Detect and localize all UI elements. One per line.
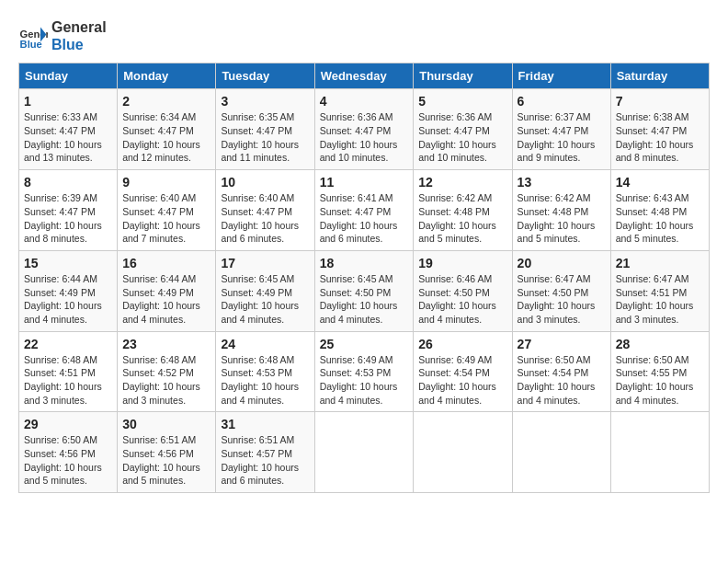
day-number: 30 [122, 417, 210, 431]
calendar-cell: 12 Sunrise: 6:42 AM Sunset: 4:48 PM Dayl… [414, 170, 512, 251]
day-info: Sunrise: 6:42 AM Sunset: 4:48 PM Dayligh… [418, 191, 506, 246]
day-info: Sunrise: 6:45 AM Sunset: 4:50 PM Dayligh… [320, 272, 409, 327]
day-info: Sunrise: 6:35 AM Sunset: 4:47 PM Dayligh… [221, 110, 309, 165]
day-info: Sunrise: 6:36 AM Sunset: 4:47 PM Dayligh… [320, 110, 409, 165]
day-number: 11 [320, 175, 409, 190]
day-info: Sunrise: 6:47 AM Sunset: 4:50 PM Dayligh… [518, 272, 606, 327]
calendar-week-3: 15 Sunrise: 6:44 AM Sunset: 4:49 PM Dayl… [19, 250, 710, 331]
day-info: Sunrise: 6:46 AM Sunset: 4:50 PM Dayligh… [418, 272, 506, 327]
calendar-cell: 28 Sunrise: 6:50 AM Sunset: 4:55 PM Dayl… [610, 331, 709, 412]
calendar-cell: 29 Sunrise: 6:50 AM Sunset: 4:56 PM Dayl… [19, 412, 118, 493]
calendar-cell: 14 Sunrise: 6:43 AM Sunset: 4:48 PM Dayl… [610, 170, 709, 251]
weekday-header-saturday: Saturday [610, 63, 709, 89]
day-info: Sunrise: 6:43 AM Sunset: 4:48 PM Dayligh… [616, 191, 704, 246]
calendar-cell: 23 Sunrise: 6:48 AM Sunset: 4:52 PM Dayl… [118, 331, 216, 412]
logo-text-general: General [51, 18, 107, 36]
calendar-cell: 16 Sunrise: 6:44 AM Sunset: 4:49 PM Dayl… [118, 250, 216, 331]
day-number: 15 [24, 256, 112, 270]
calendar-cell: 19 Sunrise: 6:46 AM Sunset: 4:50 PM Dayl… [414, 250, 512, 331]
calendar-cell [610, 412, 709, 493]
day-info: Sunrise: 6:51 AM Sunset: 4:56 PM Dayligh… [122, 433, 210, 488]
calendar-cell: 21 Sunrise: 6:47 AM Sunset: 4:51 PM Dayl… [610, 250, 709, 331]
calendar-cell [314, 412, 414, 493]
day-number: 23 [122, 337, 210, 351]
calendar-cell: 6 Sunrise: 6:37 AM Sunset: 4:47 PM Dayli… [512, 89, 610, 170]
calendar-cell: 22 Sunrise: 6:48 AM Sunset: 4:51 PM Dayl… [19, 331, 118, 412]
day-number: 29 [24, 417, 112, 431]
day-number: 28 [616, 337, 704, 351]
day-number: 16 [122, 256, 210, 270]
calendar-cell: 31 Sunrise: 6:51 AM Sunset: 4:57 PM Dayl… [216, 412, 314, 493]
calendar-cell [512, 412, 610, 493]
calendar-week-2: 8 Sunrise: 6:39 AM Sunset: 4:47 PM Dayli… [19, 170, 710, 251]
calendar-cell: 24 Sunrise: 6:48 AM Sunset: 4:53 PM Dayl… [216, 331, 314, 412]
logo: General Blue General Blue [18, 18, 107, 53]
weekday-header-friday: Friday [512, 63, 610, 89]
calendar-cell: 1 Sunrise: 6:33 AM Sunset: 4:47 PM Dayli… [19, 89, 118, 170]
day-info: Sunrise: 6:47 AM Sunset: 4:51 PM Dayligh… [616, 272, 704, 327]
day-info: Sunrise: 6:44 AM Sunset: 4:49 PM Dayligh… [24, 272, 112, 327]
calendar-cell: 13 Sunrise: 6:42 AM Sunset: 4:48 PM Dayl… [512, 170, 610, 251]
calendar-cell: 26 Sunrise: 6:49 AM Sunset: 4:54 PM Dayl… [414, 331, 512, 412]
day-number: 2 [122, 94, 210, 109]
calendar-week-4: 22 Sunrise: 6:48 AM Sunset: 4:51 PM Dayl… [19, 331, 710, 412]
day-info: Sunrise: 6:50 AM Sunset: 4:55 PM Dayligh… [616, 353, 704, 408]
day-info: Sunrise: 6:37 AM Sunset: 4:47 PM Dayligh… [518, 110, 606, 165]
day-info: Sunrise: 6:50 AM Sunset: 4:56 PM Dayligh… [24, 433, 112, 488]
logo-text-blue: Blue [51, 36, 107, 53]
logo-icon: General Blue [18, 21, 48, 51]
day-number: 24 [221, 337, 309, 351]
day-info: Sunrise: 6:36 AM Sunset: 4:47 PM Dayligh… [418, 110, 506, 165]
weekday-header-thursday: Thursday [414, 63, 512, 89]
calendar-cell: 2 Sunrise: 6:34 AM Sunset: 4:47 PM Dayli… [118, 89, 216, 170]
calendar-cell: 3 Sunrise: 6:35 AM Sunset: 4:47 PM Dayli… [216, 89, 314, 170]
day-number: 1 [24, 94, 112, 109]
page-header: General Blue General Blue [18, 18, 710, 53]
calendar-cell: 17 Sunrise: 6:45 AM Sunset: 4:49 PM Dayl… [216, 250, 314, 331]
day-number: 7 [616, 94, 704, 109]
day-number: 17 [221, 256, 309, 270]
day-info: Sunrise: 6:34 AM Sunset: 4:47 PM Dayligh… [122, 110, 210, 165]
calendar-table: SundayMondayTuesdayWednesdayThursdayFrid… [18, 63, 710, 493]
weekday-header-sunday: Sunday [19, 63, 118, 89]
day-number: 26 [418, 337, 506, 351]
day-info: Sunrise: 6:45 AM Sunset: 4:49 PM Dayligh… [221, 272, 309, 327]
day-number: 6 [518, 94, 606, 109]
day-info: Sunrise: 6:50 AM Sunset: 4:54 PM Dayligh… [518, 353, 606, 408]
calendar-cell [414, 412, 512, 493]
day-number: 21 [616, 256, 704, 270]
day-info: Sunrise: 6:41 AM Sunset: 4:47 PM Dayligh… [320, 191, 409, 246]
calendar-cell: 8 Sunrise: 6:39 AM Sunset: 4:47 PM Dayli… [19, 170, 118, 251]
calendar-cell: 15 Sunrise: 6:44 AM Sunset: 4:49 PM Dayl… [19, 250, 118, 331]
calendar-cell: 11 Sunrise: 6:41 AM Sunset: 4:47 PM Dayl… [314, 170, 414, 251]
day-info: Sunrise: 6:40 AM Sunset: 4:47 PM Dayligh… [122, 191, 210, 246]
day-info: Sunrise: 6:39 AM Sunset: 4:47 PM Dayligh… [24, 191, 112, 246]
calendar-cell: 7 Sunrise: 6:38 AM Sunset: 4:47 PM Dayli… [610, 89, 709, 170]
weekday-header-row: SundayMondayTuesdayWednesdayThursdayFrid… [19, 63, 710, 89]
day-info: Sunrise: 6:42 AM Sunset: 4:48 PM Dayligh… [518, 191, 606, 246]
day-number: 31 [221, 417, 309, 431]
calendar-cell: 20 Sunrise: 6:47 AM Sunset: 4:50 PM Dayl… [512, 250, 610, 331]
day-number: 19 [418, 256, 506, 270]
day-info: Sunrise: 6:33 AM Sunset: 4:47 PM Dayligh… [24, 110, 112, 165]
day-number: 22 [24, 337, 112, 351]
day-number: 27 [518, 337, 606, 351]
day-number: 25 [320, 337, 409, 351]
day-number: 13 [518, 175, 606, 190]
day-info: Sunrise: 6:48 AM Sunset: 4:52 PM Dayligh… [122, 353, 210, 408]
calendar-week-5: 29 Sunrise: 6:50 AM Sunset: 4:56 PM Dayl… [19, 412, 710, 493]
day-number: 9 [122, 175, 210, 190]
day-number: 10 [221, 175, 309, 190]
day-info: Sunrise: 6:44 AM Sunset: 4:49 PM Dayligh… [122, 272, 210, 327]
calendar-cell: 5 Sunrise: 6:36 AM Sunset: 4:47 PM Dayli… [414, 89, 512, 170]
calendar-cell: 4 Sunrise: 6:36 AM Sunset: 4:47 PM Dayli… [314, 89, 414, 170]
weekday-header-monday: Monday [118, 63, 216, 89]
day-info: Sunrise: 6:48 AM Sunset: 4:51 PM Dayligh… [24, 353, 112, 408]
calendar-cell: 30 Sunrise: 6:51 AM Sunset: 4:56 PM Dayl… [118, 412, 216, 493]
day-number: 14 [616, 175, 704, 190]
day-info: Sunrise: 6:40 AM Sunset: 4:47 PM Dayligh… [221, 191, 309, 246]
calendar-cell: 18 Sunrise: 6:45 AM Sunset: 4:50 PM Dayl… [314, 250, 414, 331]
day-number: 20 [518, 256, 606, 270]
calendar-week-1: 1 Sunrise: 6:33 AM Sunset: 4:47 PM Dayli… [19, 89, 710, 170]
calendar-cell: 27 Sunrise: 6:50 AM Sunset: 4:54 PM Dayl… [512, 331, 610, 412]
